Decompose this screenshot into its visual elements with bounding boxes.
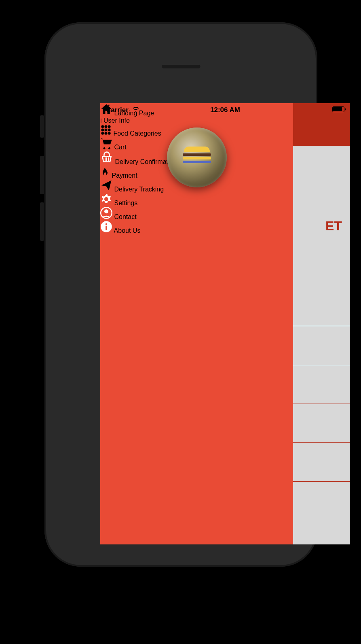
app-logo	[167, 128, 227, 187]
screen: ET	[100, 103, 350, 544]
svg-point-14	[104, 209, 108, 213]
svg-rect-17	[106, 226, 107, 230]
sidebar-item-about-us[interactable]: About Us	[100, 221, 293, 234]
background-heading-partial: ET	[325, 219, 342, 234]
sidebar-item-label: Settings	[114, 200, 137, 206]
status-time: 12:06 AM	[210, 106, 240, 114]
basket-icon	[100, 158, 115, 165]
svg-point-2	[108, 125, 111, 128]
carrier-label: Carrier	[106, 106, 129, 114]
svg-point-0	[101, 125, 104, 128]
sidebar-item-user-info[interactable]: i User Info	[100, 117, 293, 124]
svg-point-6	[101, 132, 104, 135]
svg-point-1	[105, 125, 108, 128]
gear-icon	[100, 200, 114, 206]
svg-point-7	[105, 132, 108, 135]
battery-icon	[332, 106, 344, 112]
svg-point-8	[108, 132, 111, 135]
paper-plane-icon	[100, 186, 114, 193]
phone-silent-switch	[40, 115, 44, 138]
svg-point-12	[105, 198, 108, 201]
svg-point-16	[106, 223, 108, 225]
sidebar-item-label: User Info	[103, 117, 130, 124]
svg-point-4	[105, 129, 108, 132]
phone-speaker	[162, 65, 200, 68]
phone-volume-down	[40, 202, 44, 241]
svg-point-3	[101, 129, 104, 132]
sidebar-item-label: Delivery Tracking	[114, 186, 164, 193]
svg-point-5	[108, 129, 111, 132]
sidebar-item-label: Cart	[114, 144, 126, 151]
sidebar-item-contact[interactable]: Contact	[100, 207, 293, 221]
wifi-icon	[132, 106, 140, 114]
sidebar-item-label: Food Categories	[113, 130, 161, 137]
status-bar: Carrier 12:06 AM	[100, 103, 350, 117]
sidebar-item-label: Payment	[112, 172, 137, 179]
grid-icon	[100, 130, 113, 137]
phone-frame: ET	[44, 22, 317, 567]
phone-volume-up	[40, 156, 44, 194]
sidebar-item-label: Contact	[114, 213, 136, 220]
device-label: iPhone 7 - 11.2	[0, 0, 361, 7]
sidebar-item-settings[interactable]: Settings	[100, 193, 293, 207]
cart-icon	[100, 144, 114, 151]
info-letter-icon: i	[100, 117, 103, 124]
sidebar-item-label: About Us	[114, 227, 141, 234]
sidebar-drawer: Landing Page i User Info	[100, 103, 293, 544]
burger-icon	[183, 147, 211, 168]
info-circle-icon	[100, 227, 114, 234]
user-circle-icon	[100, 213, 114, 220]
flame-icon	[100, 172, 112, 179]
